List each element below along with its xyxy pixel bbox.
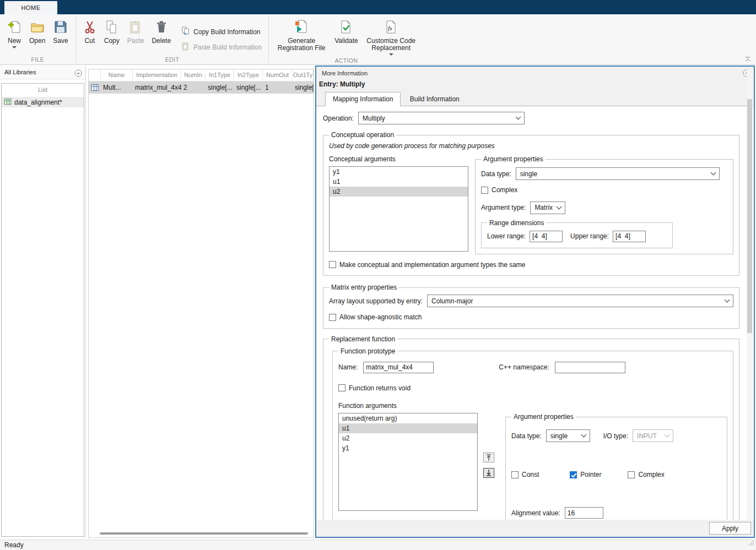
horizontal-scrollbar[interactable]: [90, 531, 312, 536]
move-argument-down-button[interactable]: [483, 468, 494, 478]
io-type-dropdown: INPUT: [633, 429, 673, 442]
horizontal-scrollbar-thumb[interactable]: [100, 532, 308, 535]
returns-void-checkbox[interactable]: Function returns void: [338, 384, 411, 392]
tab-build-information[interactable]: Build Information: [403, 92, 467, 106]
customize-code-replacement-label: Customize Code Replacement: [366, 37, 417, 52]
lower-range-label: Lower range:: [487, 232, 526, 240]
list-item[interactable]: u2: [339, 433, 477, 443]
open-button[interactable]: Open: [25, 17, 49, 46]
complex-checkbox[interactable]: Complex: [481, 186, 517, 194]
column-header-numout[interactable]: NumOut: [263, 69, 293, 81]
function-prototype-legend: Function prototype: [338, 347, 397, 355]
function-argument-properties-legend: Argument properties: [511, 413, 576, 421]
checkbox-box: [570, 471, 577, 478]
generate-registration-file-button[interactable]: Generate Registration File: [272, 17, 331, 53]
ribbon-section-action: Generate Registration File Validate fx C…: [269, 14, 423, 64]
entries-table-panel: Name Implementation NumIn In1Type In2Typ…: [88, 69, 314, 538]
function-arguments-list[interactable]: unused(return arg) u1 u2 y1: [338, 413, 478, 511]
customize-code-replacement-button[interactable]: fx Customize Code Replacement: [362, 17, 420, 57]
chevron-down-icon: [665, 432, 670, 438]
argument-properties-legend: Argument properties: [481, 155, 546, 163]
conceptual-arguments-list[interactable]: y1 u1 u2: [329, 166, 468, 252]
array-layout-dropdown[interactable]: Column-major: [427, 295, 733, 307]
argument-type-dropdown[interactable]: Matrix: [530, 202, 565, 214]
paste-build-information-button[interactable]: Paste Build Information: [178, 41, 265, 53]
paste-build-icon: [181, 42, 190, 52]
table-row[interactable]: Mult... matrix_mul_4x4 2 single[... sing…: [89, 81, 314, 94]
cell-in1type: single[...: [206, 81, 234, 94]
paste-button[interactable]: Paste: [123, 17, 148, 46]
const-checkbox[interactable]: Const: [511, 471, 539, 478]
paste-icon: [128, 18, 143, 36]
apply-button[interactable]: Apply: [709, 522, 751, 535]
ribbon-section-label-file: FILE: [3, 56, 72, 64]
operation-value: Multiply: [363, 115, 385, 122]
function-complex-checkbox[interactable]: Complex: [628, 471, 664, 478]
operation-dropdown[interactable]: Multiply: [358, 112, 525, 124]
vertical-scrollbar-thumb[interactable]: [747, 99, 752, 333]
collapse-pane-icon[interactable]: [74, 68, 82, 82]
libraries-list-header: List: [2, 84, 84, 97]
ribbon: New Open Save FILE: [0, 14, 756, 65]
argument-move-controls: [483, 453, 494, 478]
column-header-name[interactable]: Name: [101, 69, 133, 81]
save-button-label: Save: [53, 37, 68, 45]
alignment-value-input[interactable]: [565, 507, 603, 519]
lower-range-input[interactable]: [530, 231, 563, 242]
save-button[interactable]: Save: [49, 17, 72, 46]
column-header-numin[interactable]: NumIn: [181, 69, 206, 81]
argument-type-row: Argument type: Matrix: [481, 202, 727, 214]
chevron-down-icon: [557, 204, 562, 209]
svg-text:fx: fx: [388, 25, 392, 31]
complex-checkbox-label: Complex: [492, 186, 517, 194]
action-buttons: Generate Registration File Validate fx C…: [272, 14, 420, 57]
function-data-type-label: Data type:: [511, 432, 542, 440]
cell-implementation: matrix_mul_4x4: [133, 81, 181, 94]
resize-grip-icon[interactable]: [748, 539, 754, 549]
shape-agnostic-checkbox[interactable]: Allow shape-agnostic match: [329, 313, 422, 321]
delete-button[interactable]: Delete: [148, 17, 175, 46]
vertical-scrollbar[interactable]: [747, 69, 753, 519]
list-item[interactable]: u1: [339, 423, 477, 433]
pointer-checkbox[interactable]: Pointer: [570, 471, 601, 478]
matrix-entry-properties-legend: Matrix entry properties: [329, 284, 399, 291]
library-item[interactable]: data_alignment*: [2, 97, 84, 107]
function-data-type-dropdown[interactable]: single: [546, 429, 590, 442]
function-arguments-label: Function arguments: [338, 402, 727, 410]
column-header-out1type[interactable]: Out1Ty: [293, 69, 314, 81]
validate-button[interactable]: Validate: [331, 17, 361, 46]
list-item[interactable]: y1: [330, 167, 468, 177]
cpp-namespace-input[interactable]: [555, 362, 625, 373]
matrix-entry-properties-group: Matrix entry properties Array layout sup…: [323, 284, 739, 329]
new-button-label: New: [8, 37, 21, 45]
data-type-dropdown[interactable]: single: [516, 167, 720, 180]
copy-build-information-button[interactable]: Copy Build Information: [178, 25, 265, 38]
upper-range-input[interactable]: [613, 231, 646, 242]
list-item[interactable]: y1: [339, 443, 477, 453]
libraries-panel: All Libraries List data_alignment*: [0, 66, 86, 538]
column-header-icon[interactable]: [89, 69, 101, 81]
column-header-in2type[interactable]: In2Type: [234, 69, 263, 81]
chevron-down-icon: [389, 53, 393, 56]
same-types-checkbox[interactable]: Make conceptual and implementation argum…: [329, 261, 526, 269]
new-button[interactable]: New: [3, 17, 25, 50]
column-header-in1type[interactable]: In1Type: [206, 69, 234, 81]
function-name-input[interactable]: [363, 362, 434, 373]
operation-label: Operation:: [323, 115, 354, 122]
validate-icon: [339, 18, 353, 36]
list-item[interactable]: u2: [330, 187, 468, 197]
list-item[interactable]: u1: [330, 177, 468, 187]
tab-home[interactable]: HOME: [4, 1, 57, 14]
copy-button[interactable]: Copy: [100, 17, 123, 46]
column-header-implementation[interactable]: Implementation: [133, 69, 181, 81]
list-item[interactable]: unused(return arg): [339, 413, 477, 423]
function-name-label: Name:: [338, 363, 358, 371]
const-checkbox-label: Const: [522, 471, 539, 478]
cut-button[interactable]: Cut: [79, 17, 100, 46]
minimize-ribbon-icon[interactable]: [744, 56, 752, 63]
move-argument-up-button[interactable]: [483, 453, 494, 462]
copy-button-label: Copy: [104, 37, 120, 45]
tab-mapping-information[interactable]: Mapping Information: [325, 92, 401, 107]
function-complex-checkbox-label: Complex: [638, 471, 664, 478]
shape-agnostic-checkbox-label: Allow shape-agnostic match: [339, 313, 422, 321]
